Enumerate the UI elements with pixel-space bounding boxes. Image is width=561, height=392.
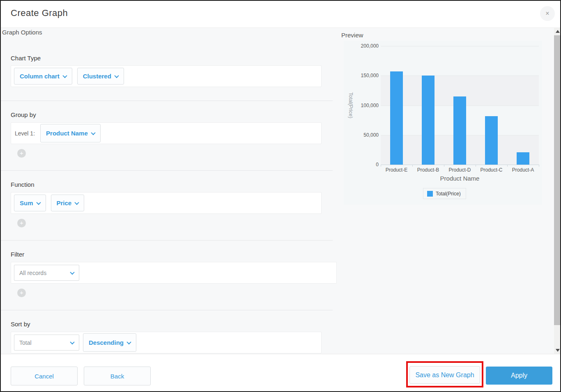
scrollbar-up-arrow[interactable] — [554, 28, 561, 35]
chart-bar — [517, 152, 529, 165]
function-dropdown[interactable]: Sum — [14, 195, 46, 211]
x-axis-line — [381, 165, 539, 165]
add-group-level-button[interactable]: + — [17, 149, 26, 158]
close-button[interactable]: × — [540, 6, 555, 21]
chart-plot — [381, 46, 539, 165]
plus-icon: + — [20, 149, 23, 156]
chevron-down-icon — [36, 200, 41, 204]
x-axis-tick — [444, 165, 444, 167]
graph-options-heading: Graph Options — [2, 29, 42, 36]
filter-value: All records — [19, 270, 46, 276]
chevron-down-icon — [70, 339, 74, 344]
plus-icon: + — [20, 219, 23, 226]
gridline — [381, 76, 539, 76]
section-divider — [1, 170, 333, 171]
chart-type-label: Chart Type — [11, 55, 41, 62]
chart-type-dropdown[interactable]: Column chart — [14, 68, 72, 85]
plus-icon: + — [20, 289, 23, 296]
y-tick-label: 0 — [346, 162, 379, 167]
chart-type-box: Column chart Clustered — [11, 65, 322, 87]
dialog-title: Create Graph — [11, 8, 68, 18]
x-category-label: Product-D — [444, 167, 476, 173]
function-field-value: Price — [57, 199, 72, 206]
function-field-dropdown[interactable]: Price — [51, 195, 85, 211]
section-divider — [1, 310, 333, 310]
chevron-down-icon — [70, 270, 74, 274]
sort-order-dropdown[interactable]: Descending — [83, 333, 136, 352]
x-category-label: Product-E — [381, 167, 412, 173]
back-button[interactable]: Back — [84, 367, 151, 385]
x-category-label: Product-B — [412, 167, 444, 173]
filter-box: All records — [11, 262, 337, 284]
x-axis-tick — [539, 165, 539, 167]
chart-mode-value: Clustered — [83, 73, 111, 80]
add-function-button[interactable]: + — [17, 219, 26, 227]
x-axis-tick — [381, 165, 381, 167]
chart-mode-dropdown[interactable]: Clustered — [77, 68, 124, 85]
function-label: Function — [11, 181, 34, 188]
chart-bar — [485, 116, 498, 165]
chart-legend: Total(Price) — [423, 188, 466, 199]
scrollbar-down-arrow[interactable] — [554, 347, 561, 354]
dialog-header: Create Graph × — [1, 1, 560, 28]
legend-swatch — [427, 191, 433, 197]
chevron-down-icon — [62, 73, 67, 78]
gridline — [381, 46, 539, 46]
sort-field-select[interactable]: Total — [14, 335, 79, 351]
x-axis-tick — [412, 165, 413, 167]
function-box: Sum Price — [11, 192, 322, 214]
sort-field-value: Total — [19, 339, 32, 346]
x-category-label: Product-C — [476, 167, 507, 173]
sort-order-value: Descending — [89, 339, 124, 346]
function-value: Sum — [20, 199, 33, 206]
close-icon: × — [545, 10, 549, 17]
filter-select[interactable]: All records — [14, 265, 79, 281]
level-1-label: Level 1: — [15, 130, 35, 137]
x-axis-title: Product Name — [381, 175, 539, 182]
x-axis-tick — [507, 165, 508, 167]
section-divider — [1, 240, 333, 241]
y-tick-label: 50,000 — [346, 132, 379, 138]
group-by-label: Group by — [11, 111, 36, 118]
vertical-scrollbar — [554, 28, 561, 354]
chart-bar — [390, 71, 403, 165]
chart-bar — [453, 96, 466, 165]
triangle-down-icon — [556, 349, 560, 352]
apply-button[interactable]: Apply — [486, 367, 552, 385]
chevron-down-icon — [75, 200, 79, 204]
x-category-label: Product-A — [507, 167, 539, 173]
dialog-footer: Cancel Back Save as New Graph Apply — [1, 354, 560, 392]
chevron-down-icon — [114, 73, 119, 78]
save-as-new-graph-button[interactable]: Save as New Graph — [409, 366, 480, 384]
legend-label: Total(Price) — [436, 191, 461, 197]
chart-bar — [422, 76, 435, 165]
chart-type-value: Column chart — [20, 73, 60, 80]
add-filter-button[interactable]: + — [17, 289, 26, 297]
sort-by-label: Sort by — [11, 321, 30, 328]
y-tick-label: 100,000 — [346, 103, 379, 108]
scrollbar-thumb[interactable] — [554, 35, 561, 325]
y-tick-label: 150,000 — [346, 73, 379, 78]
sort-by-box: Total Descending — [11, 332, 322, 353]
create-graph-dialog: Create Graph × Graph Options Chart Type … — [0, 0, 561, 392]
x-axis-tick — [476, 165, 476, 167]
section-divider — [1, 101, 333, 101]
preview-chart-container: Total(Price) Product Name Total(Price) 0… — [344, 41, 542, 205]
y-tick-label: 200,000 — [346, 43, 379, 49]
preview-heading: Preview — [341, 32, 363, 39]
chevron-down-icon — [126, 339, 131, 344]
filter-label: Filter — [11, 251, 24, 258]
triangle-up-icon — [556, 30, 560, 33]
group-by-box: Level 1: Product Name — [11, 122, 322, 144]
group-by-value: Product Name — [46, 130, 88, 137]
cancel-button[interactable]: Cancel — [11, 367, 78, 385]
chevron-down-icon — [91, 130, 95, 135]
group-by-field-dropdown[interactable]: Product Name — [40, 124, 101, 142]
